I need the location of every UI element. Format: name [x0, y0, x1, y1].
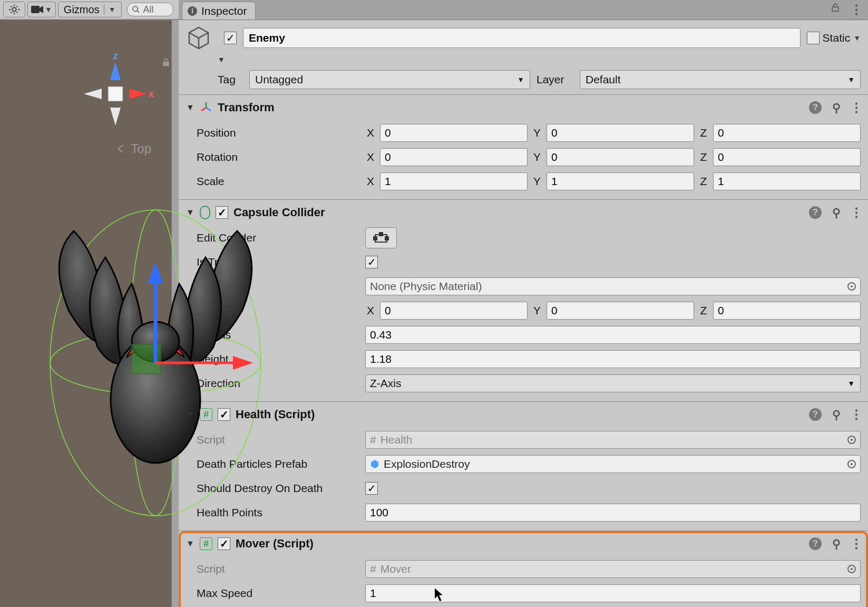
script-label: Script: [197, 563, 360, 575]
tab-inspector[interactable]: i Inspector: [182, 2, 256, 20]
layer-label: Layer: [537, 73, 573, 86]
object-picker-icon[interactable]: [847, 436, 856, 444]
component-enabled-checkbox[interactable]: [216, 206, 228, 219]
foldout-icon[interactable]: ▼: [186, 208, 194, 217]
position-x-input[interactable]: [380, 124, 528, 142]
object-picker-icon[interactable]: [847, 460, 856, 468]
rotation-z-input[interactable]: [713, 148, 861, 166]
component-title: Capsule Collider: [233, 206, 325, 219]
chevron-down-icon: ▼: [847, 379, 855, 388]
search-icon: [132, 5, 140, 14]
preset-icon[interactable]: ⚲: [832, 537, 840, 551]
chevron-down-icon[interactable]: ▼: [853, 34, 861, 42]
layer-dropdown[interactable]: Default ▼: [580, 70, 861, 89]
less-than-icon: [115, 143, 126, 155]
help-icon[interactable]: ?: [809, 101, 822, 114]
component-menu-icon[interactable]: ⋮: [850, 100, 863, 115]
help-icon[interactable]: ?: [809, 206, 822, 219]
component-menu-icon[interactable]: ⋮: [850, 407, 863, 422]
health-points-input[interactable]: [365, 504, 861, 522]
help-icon[interactable]: ?: [809, 408, 822, 421]
static-label: Static: [823, 32, 851, 44]
gizmos-label: Gizmos: [64, 4, 100, 16]
component-header[interactable]: ▼ # Mover (Script) ? ⚲ ⋮: [179, 531, 868, 556]
height-input[interactable]: [365, 350, 861, 368]
center-y-input[interactable]: [547, 302, 694, 320]
panel-menu-icon[interactable]: ⋮: [165, 20, 177, 34]
component-title: Mover (Script): [236, 537, 314, 551]
foldout-icon[interactable]: ▼: [186, 103, 194, 112]
sun-tool-button[interactable]: [3, 2, 25, 17]
material-object-field[interactable]: None (Physic Material): [365, 277, 861, 295]
object-picker-icon[interactable]: [847, 282, 856, 291]
gameobject-icon[interactable]: [186, 25, 211, 51]
lock-icon[interactable]: [830, 2, 841, 17]
chevron-down-icon[interactable]: ▼: [218, 55, 225, 64]
component-enabled-checkbox[interactable]: [218, 408, 230, 421]
scene-viewport[interactable]: ⋮ z x Top: [0, 20, 179, 607]
svg-marker-7: [129, 89, 147, 99]
svg-text:x: x: [149, 89, 154, 99]
preset-icon[interactable]: ⚲: [832, 101, 840, 114]
position-z-input[interactable]: [713, 124, 861, 142]
scene-view-panel: ▼ Gizmos ▼ All ⋮ z x: [0, 0, 179, 607]
camera-tool-button[interactable]: ▼: [27, 2, 56, 17]
script-icon: #: [200, 408, 212, 421]
component-enabled-checkbox[interactable]: [218, 537, 230, 550]
svg-marker-5: [110, 62, 121, 80]
component-menu-icon[interactable]: ⋮: [850, 205, 863, 220]
foldout-icon[interactable]: ▼: [186, 410, 194, 419]
radius-input[interactable]: [365, 326, 861, 344]
capsule-icon: [200, 206, 210, 219]
scene-search-input[interactable]: All: [127, 3, 173, 16]
is-trigger-checkbox[interactable]: [365, 256, 378, 268]
position-y-input[interactable]: [547, 124, 694, 142]
script-object-field[interactable]: # Health: [365, 431, 861, 449]
tag-dropdown[interactable]: Untagged ▼: [249, 70, 530, 89]
edit-collider-icon: [373, 232, 389, 244]
gizmos-dropdown[interactable]: Gizmos ▼: [58, 2, 122, 17]
preset-icon[interactable]: ⚲: [832, 408, 840, 421]
svg-rect-3: [163, 62, 169, 66]
scale-z-input[interactable]: [713, 172, 861, 190]
direction-dropdown[interactable]: Z-Axis ▼: [365, 374, 861, 392]
scale-x-input[interactable]: [380, 172, 528, 190]
selected-gameobject[interactable]: [42, 189, 290, 526]
svg-rect-1: [31, 6, 40, 13]
component-header[interactable]: ▼ # Health (Script) ? ⚲ ⋮: [179, 402, 868, 427]
inspector-tab-bar: i Inspector ⋮: [179, 0, 868, 20]
view-gizmo[interactable]: z x: [73, 52, 158, 136]
should-destroy-checkbox[interactable]: [365, 482, 378, 495]
component-header[interactable]: ▼ Capsule Collider ? ⚲ ⋮: [179, 200, 868, 225]
death-particles-object-field[interactable]: ExplosionDestroy: [365, 455, 861, 473]
scale-y-input[interactable]: [547, 172, 694, 190]
foldout-icon[interactable]: ▼: [186, 539, 194, 548]
component-title: Transform: [218, 101, 275, 114]
svg-point-0: [12, 7, 16, 11]
max-speed-label: Max Speed: [197, 587, 360, 600]
help-icon[interactable]: ?: [809, 537, 822, 550]
object-picker-icon[interactable]: [847, 565, 856, 573]
script-object-field[interactable]: # Mover: [365, 560, 861, 578]
component-header[interactable]: ▼ Transform ? ⚲ ⋮: [179, 95, 868, 120]
svg-point-2: [133, 6, 138, 11]
view-orientation-label[interactable]: Top: [115, 141, 151, 156]
rotation-x-input[interactable]: [380, 148, 528, 166]
center-z-input[interactable]: [713, 302, 861, 320]
lock-icon[interactable]: [161, 57, 171, 68]
svg-rect-25: [379, 233, 383, 236]
gameobject-active-checkbox[interactable]: [224, 32, 237, 44]
gameobject-header: Static ▼ ▼ Tag Untagged ▼ Layer Default …: [179, 20, 868, 95]
svg-marker-9: [110, 108, 121, 126]
gameobject-name-input[interactable]: [243, 28, 801, 48]
rotation-y-input[interactable]: [547, 148, 694, 166]
static-checkbox[interactable]: [807, 32, 820, 44]
prefab-icon: [370, 459, 379, 469]
svg-rect-23: [374, 237, 377, 240]
panel-menu-icon[interactable]: ⋮: [850, 2, 863, 17]
component-menu-icon[interactable]: ⋮: [850, 536, 863, 551]
preset-icon[interactable]: ⚲: [832, 206, 840, 219]
edit-collider-button[interactable]: [365, 227, 397, 248]
chevron-down-icon: ▼: [109, 5, 116, 14]
center-x-input[interactable]: [380, 302, 528, 320]
